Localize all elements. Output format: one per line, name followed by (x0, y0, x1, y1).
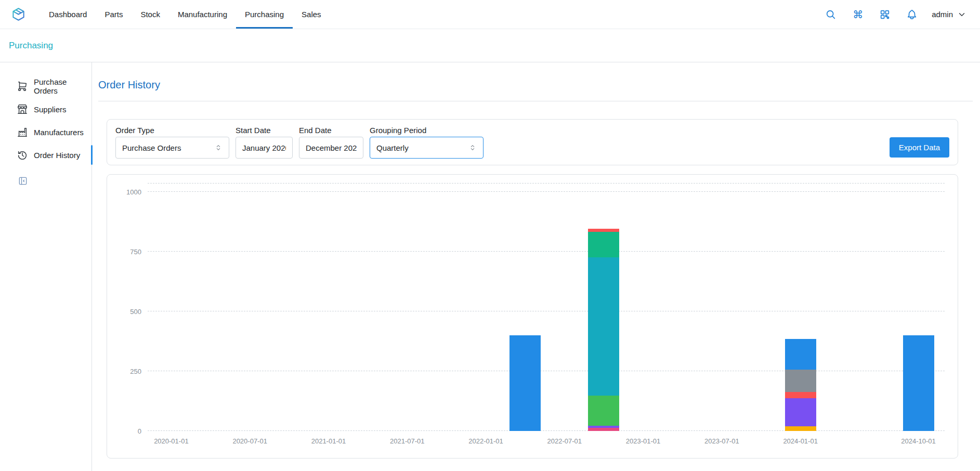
content-area: Purchase Orders Suppliers Manufa (0, 62, 980, 471)
bar-segment (785, 426, 816, 431)
tab-stock[interactable]: Stock (132, 0, 169, 29)
bar-segment (903, 335, 934, 431)
sidebar-collapse-button[interactable] (18, 176, 28, 188)
x-axis-tick-label: 2020-07-01 (232, 437, 267, 445)
page-title: Order History (98, 79, 973, 91)
sidebar-item-label: Manufacturers (34, 128, 84, 137)
start-date-field: Start Date (236, 126, 293, 159)
chart-gridline (148, 191, 945, 192)
bar-segment (785, 370, 816, 391)
y-axis-tick-label: 250 (130, 368, 141, 375)
tab-purchasing[interactable]: Purchasing (236, 0, 293, 29)
x-axis-tick-label: 2022-07-01 (547, 437, 582, 445)
chart-gridline (148, 371, 945, 371)
tab-label: Parts (104, 10, 123, 19)
grouping-period-select[interactable]: Quarterly (370, 137, 484, 159)
history-clock-icon (17, 149, 28, 161)
x-axis-tick-label: 2024-10-01 (901, 437, 936, 445)
order-type-label: Order Type (115, 126, 229, 135)
bell-icon (906, 9, 918, 20)
sidebar-item-purchase-orders[interactable]: Purchase Orders (0, 75, 92, 98)
chart-bar[interactable] (588, 184, 619, 431)
sidebar-item-manufacturers[interactable]: Manufacturers (0, 121, 92, 143)
tab-parts[interactable]: Parts (96, 0, 132, 29)
bar-segment (588, 428, 619, 431)
x-axis-tick-label: 2021-01-01 (311, 437, 346, 445)
search-icon (825, 9, 837, 20)
chart-bar[interactable] (509, 184, 541, 431)
x-axis-tick-label: 2022-01-01 (468, 437, 503, 445)
x-axis-tick-label: 2023-07-01 (704, 437, 739, 445)
y-axis-tick-label: 750 (130, 248, 141, 256)
chevron-down-icon (957, 10, 966, 19)
select-chevrons-icon (468, 143, 477, 152)
order-history-chart-card: 025050075010002020-01-012020-07-012021-0… (107, 174, 958, 459)
x-axis-tick-label: 2021-07-01 (390, 437, 425, 445)
collapse-sidebar-icon (18, 176, 28, 186)
breadcrumb[interactable]: Purchasing (9, 41, 53, 51)
sidebar-item-label: Order History (34, 151, 80, 160)
tab-label: Stock (140, 10, 160, 19)
bar-segment (785, 392, 816, 398)
sidebar-item-label: Purchase Orders (34, 77, 92, 95)
sidebar-item-order-history[interactable]: Order History (0, 143, 92, 166)
sidebar-item-label: Suppliers (34, 105, 67, 114)
main-panel: Order History Order Type Purchase Orders… (92, 62, 980, 471)
chart-gridline (148, 311, 945, 311)
shopping-cart-icon (17, 81, 28, 92)
x-axis-tick-label: 2020-01-01 (154, 437, 189, 445)
bar-segment (588, 396, 619, 425)
start-date-label: Start Date (236, 126, 293, 135)
grouping-period-field: Grouping Period Quarterly (370, 126, 484, 159)
app-logo (11, 0, 25, 29)
sidebar: Purchase Orders Suppliers Manufa (0, 62, 92, 471)
x-axis-tick-label: 2024-01-01 (783, 437, 818, 445)
bar-segment (509, 335, 541, 431)
title-divider (98, 101, 973, 101)
username: admin (932, 10, 953, 19)
tab-sales[interactable]: Sales (293, 0, 330, 29)
chart-bar[interactable] (785, 184, 816, 431)
user-menu[interactable]: admin (932, 10, 966, 19)
tab-label: Sales (302, 10, 321, 19)
y-axis-tick-label: 0 (138, 427, 141, 435)
y-axis-tick-label: 500 (130, 308, 141, 316)
navbar-actions: ⌘ admin (824, 0, 966, 29)
scan-button[interactable] (878, 7, 892, 22)
grouping-period-value: Quarterly (376, 143, 409, 152)
notifications-button[interactable] (905, 7, 919, 22)
bar-segment (588, 257, 619, 396)
building-store-icon (17, 103, 28, 115)
end-date-label: End Date (299, 126, 363, 135)
chart-bar[interactable] (903, 184, 934, 431)
factory-icon (17, 126, 28, 138)
export-data-button[interactable]: Export Data (890, 137, 949, 158)
start-date-input[interactable] (236, 137, 293, 159)
plot-area: 025050075010002020-01-012020-07-012021-0… (148, 183, 945, 431)
order-type-select[interactable]: Purchase Orders (115, 137, 229, 159)
grouping-period-label: Grouping Period (370, 126, 484, 135)
filter-card: Order Type Purchase Orders Start Date En… (107, 119, 958, 165)
breadcrumb-bar: Purchasing (0, 29, 980, 62)
bar-segment (785, 339, 816, 370)
select-chevrons-icon (214, 143, 223, 152)
order-type-field: Order Type Purchase Orders (115, 126, 229, 159)
chart-gridline (148, 251, 945, 252)
end-date-field: End Date (299, 126, 363, 159)
sidebar-item-suppliers[interactable]: Suppliers (0, 98, 92, 121)
tab-label: Purchasing (245, 10, 284, 19)
inventree-logo-icon (11, 7, 25, 21)
y-axis-tick-label: 1000 (126, 188, 141, 196)
tab-dashboard[interactable]: Dashboard (40, 0, 96, 29)
order-type-value: Purchase Orders (122, 143, 181, 152)
bar-segment (785, 398, 816, 426)
chart-gridline (148, 430, 945, 431)
end-date-input[interactable] (299, 137, 363, 159)
command-icon: ⌘ (853, 9, 863, 20)
qr-scan-icon (879, 9, 891, 20)
tab-manufacturing[interactable]: Manufacturing (169, 0, 236, 29)
search-button[interactable] (824, 7, 838, 22)
spotlight-button[interactable]: ⌘ (851, 7, 865, 22)
tab-label: Manufacturing (178, 10, 227, 19)
bar-segment (588, 232, 619, 257)
